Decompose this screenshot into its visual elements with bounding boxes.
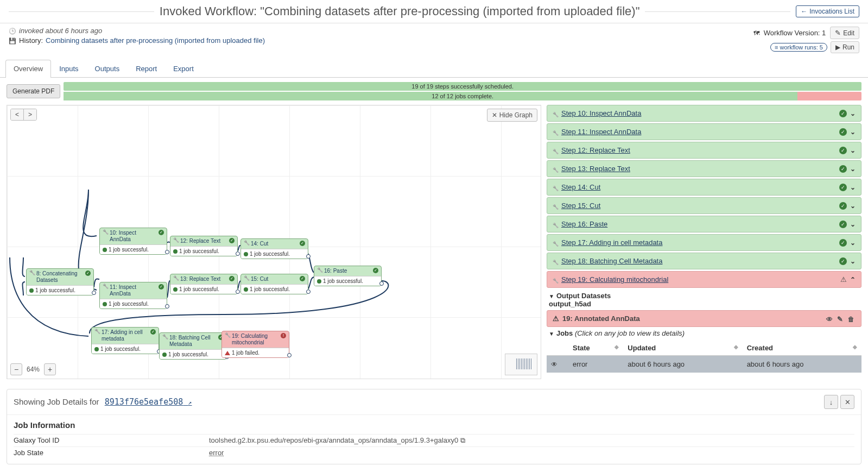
history-link[interactable]: Combining datasets after pre-processing … (46, 36, 265, 45)
graph-node-n18[interactable]: 18: Batching Cell Metadata ✓ 1 job succe… (159, 332, 227, 360)
graph-node-n10[interactable]: 10: Inspect AnnData ✓ 1 job successful. (99, 228, 167, 255)
warn-icon: ! (281, 333, 286, 338)
check-icon: ✓ (85, 270, 91, 276)
output-port (287, 353, 292, 357)
job-details-title: Showing Job Details for 8913f76e5eafe508 (14, 397, 192, 407)
tab-export[interactable]: Export (165, 60, 202, 77)
graph-nav-buttons: < > (10, 109, 37, 121)
step-row-7[interactable]: Step 17: Adding in cell metadata ✓ (547, 234, 861, 251)
wrench-icon (553, 240, 558, 246)
graph-node-n15[interactable]: 15: Cut ✓ 1 job successful. (240, 274, 308, 294)
check-icon: ✓ (839, 165, 847, 173)
wrench-icon (103, 284, 108, 290)
graph-prev-button[interactable]: < (11, 109, 24, 120)
wrench-icon (173, 276, 179, 281)
step-row-3[interactable]: Step 13: Replace Text ✓ (547, 160, 861, 177)
job-id-link[interactable]: 8913f76e5eafe508 (105, 397, 192, 407)
wrench-icon (553, 222, 558, 227)
wrench-icon (553, 148, 558, 153)
col-state[interactable]: State◆ (568, 341, 623, 356)
check-icon: ✓ (839, 239, 847, 247)
view-icon[interactable] (826, 315, 834, 323)
output-port (165, 250, 169, 254)
scroll-down-button[interactable]: ↓ (824, 395, 838, 409)
jobs-header[interactable]: ▼Jobs (Click on any job to view its deta… (547, 329, 861, 337)
workflow-graph: < > ✕ Hide Graph (7, 105, 541, 379)
workflow-runs-badge[interactable]: ≡ workflow runs: 5 (770, 43, 827, 52)
chevron-down-icon (850, 202, 856, 210)
check-icon: ✓ (839, 184, 847, 191)
chevron-down-icon (850, 165, 856, 173)
wrench-icon (553, 111, 558, 116)
ok-dot-icon (244, 287, 248, 292)
wrench-icon (553, 129, 558, 135)
check-icon: ✓ (839, 221, 847, 228)
step-row-0[interactable]: Step 10: Inspect AnnData ✓ (547, 105, 861, 122)
ok-dot-icon (317, 279, 321, 284)
tab-inputs[interactable]: Inputs (51, 60, 86, 77)
wrench-icon (225, 333, 230, 338)
output-port (236, 251, 240, 256)
step-row-8[interactable]: Step 18: Batching Cell Metadata ✓ (547, 253, 861, 269)
tab-report[interactable]: Report (128, 60, 165, 77)
generate-pdf-button[interactable]: Generate PDF (7, 84, 60, 98)
minimap[interactable] (505, 354, 537, 375)
close-details-button[interactable]: ✕ (840, 395, 854, 409)
graph-node-n16[interactable]: 16: Paste ✓ 1 job successful. (314, 266, 382, 286)
graph-node-n13[interactable]: 13: Replace Text ✓ 1 job successful. (170, 274, 238, 294)
arrow-left-icon: ← (801, 8, 807, 15)
wrench-icon (553, 277, 558, 282)
output-port (236, 290, 240, 294)
tab-outputs[interactable]: Outputs (87, 60, 128, 77)
graph-next-button[interactable]: > (24, 109, 36, 120)
col-created[interactable]: Created◆ (743, 341, 861, 356)
zoom-out-button[interactable]: − (10, 363, 22, 375)
output-dataset-row[interactable]: ⚠ 19: Annotated AnnData (547, 310, 861, 327)
chevron-down-icon (850, 183, 856, 191)
wrench-icon (162, 335, 168, 340)
ok-dot-icon (173, 287, 178, 292)
output-port (92, 291, 96, 295)
graph-node-n8[interactable]: 8: Concatenating Datasets ✓ 1 job succes… (26, 268, 94, 295)
step-row-9[interactable]: Step 19: Calculating mitochondrial ⚠ (547, 271, 861, 288)
graph-node-n12[interactable]: 12: Replace Text ✓ 1 job successful. (170, 236, 238, 256)
ok-dot-icon (103, 302, 107, 306)
copy-icon[interactable]: ⧉ (460, 436, 465, 444)
jobs-progress: 12 of 12 jobs complete. (64, 92, 861, 100)
wrench-icon (317, 268, 322, 273)
steps-list: Step 10: Inspect AnnData ✓ Step 11: Insp… (547, 105, 861, 379)
ok-dot-icon (94, 347, 99, 351)
wrench-icon (244, 276, 249, 281)
tab-overview[interactable]: Overview (5, 60, 51, 78)
job-row[interactable]: error about 6 hours ago about 6 hours ag… (547, 356, 861, 373)
check-icon: ✓ (839, 202, 847, 210)
step-row-5[interactable]: Step 15: Cut ✓ (547, 197, 861, 214)
tool-id-row: Galaxy Tool ID toolshed.g2.bx.psu.edu/re… (14, 434, 854, 446)
meta-row: invoked about 6 hours ago History: Combi… (0, 23, 868, 56)
external-link-icon (188, 397, 192, 407)
invocations-list-button[interactable]: ← Invocations List (796, 5, 859, 17)
invoked-time: invoked about 6 hours ago (9, 27, 265, 35)
sitemap-icon (753, 29, 759, 37)
graph-node-n17[interactable]: 17: Adding in cell metadata ✓ 1 job succ… (91, 327, 159, 354)
output-datasets-header[interactable]: ▼Output Datasets (547, 292, 861, 300)
step-row-6[interactable]: Step 16: Paste ✓ (547, 216, 861, 232)
edit-button[interactable]: Edit (830, 27, 859, 39)
wrench-icon (553, 203, 558, 209)
edit-icon[interactable] (837, 315, 845, 323)
schedule-progress: 19 of 19 steps successfully scheduled. (64, 82, 861, 91)
step-row-4[interactable]: Step 14: Cut ✓ (547, 179, 861, 196)
output-port (306, 290, 311, 294)
run-button[interactable]: ▶ Run (831, 41, 859, 53)
graph-node-n14[interactable]: 14: Cut ✓ 1 job successful. (240, 238, 308, 259)
check-icon: ✓ (159, 284, 164, 290)
graph-node-n11[interactable]: 11: Inspect AnnData ✓ 1 job successful. (99, 282, 167, 309)
delete-icon[interactable] (848, 315, 856, 323)
step-row-1[interactable]: Step 11: Inspect AnnData ✓ (547, 123, 861, 140)
graph-node-n19[interactable]: 19: Calculating mitochondrial ! 1 job fa… (221, 331, 289, 358)
check-icon: ✓ (839, 147, 847, 154)
zoom-in-button[interactable]: + (44, 363, 56, 375)
col-updated[interactable]: Updated◆ (623, 341, 742, 356)
step-row-2[interactable]: Step 12: Replace Text ✓ (547, 142, 861, 159)
hide-graph-button[interactable]: ✕ Hide Graph (487, 109, 537, 122)
